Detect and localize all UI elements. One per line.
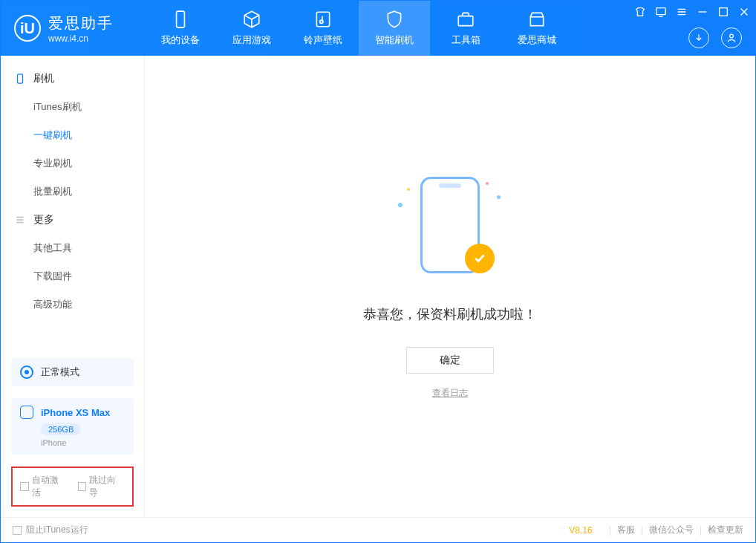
user-icon[interactable] — [721, 27, 742, 48]
close-button[interactable] — [737, 5, 751, 19]
sidebar-group-flash: 刷机 — [1, 65, 144, 93]
svg-point-2 — [320, 20, 323, 23]
shield-icon — [385, 10, 404, 29]
app-window: iU 爱思助手 www.i4.cn 我的设备 应用游戏 铃声壁纸 智能刷机 — [0, 0, 756, 543]
svg-point-7 — [730, 34, 734, 38]
svg-rect-5 — [656, 8, 665, 15]
tab-toolbox[interactable]: 工具箱 — [430, 1, 501, 56]
sidebar-item-batch-flash[interactable]: 批量刷机 — [1, 178, 144, 206]
ok-button[interactable]: 确定 — [406, 347, 494, 374]
minimize-button[interactable] — [696, 5, 709, 19]
flash-options: 自动激活 跳过向导 — [11, 466, 134, 507]
mode-card[interactable]: 正常模式 — [11, 358, 134, 386]
svg-rect-0 — [177, 11, 185, 27]
view-log-link[interactable]: 查看日志 — [432, 387, 468, 400]
sidebar-item-oneclick-flash[interactable]: 一键刷机 — [1, 121, 144, 149]
svg-rect-1 — [316, 12, 329, 27]
tab-ringtones-wallpapers[interactable]: 铃声壁纸 — [287, 1, 359, 56]
header-actions — [688, 27, 742, 48]
phone-icon — [14, 73, 26, 85]
sidebar-item-download-firmware[interactable]: 下载固件 — [1, 262, 144, 290]
toolbox-icon — [456, 10, 475, 29]
checkbox-skip-guide[interactable]: 跳过向导 — [78, 474, 126, 499]
svg-rect-3 — [458, 16, 473, 26]
checkbox-icon — [20, 482, 29, 491]
window-controls — [633, 5, 751, 19]
tab-label: 铃声壁纸 — [304, 33, 342, 47]
tab-smart-flash[interactable]: 智能刷机 — [359, 1, 430, 56]
sidebar-item-advanced[interactable]: 高级功能 — [1, 290, 144, 319]
success-illustration — [398, 173, 502, 284]
app-title: 爱思助手 — [48, 13, 114, 33]
tab-apps-games[interactable]: 应用游戏 — [216, 1, 287, 56]
tab-my-device[interactable]: 我的设备 — [145, 1, 216, 56]
app-subtitle: www.i4.cn — [48, 33, 114, 44]
sidebar-item-other-tools[interactable]: 其他工具 — [1, 234, 144, 262]
mode-icon — [20, 365, 33, 379]
tab-store[interactable]: 爱思商城 — [501, 1, 573, 56]
main-area: 恭喜您，保资料刷机成功啦！ 确定 查看日志 — [145, 56, 755, 517]
skin-icon[interactable] — [633, 5, 647, 19]
mode-label: 正常模式 — [41, 365, 79, 379]
device-type: iPhone — [41, 438, 66, 447]
device-card[interactable]: iPhone XS Max 256GB iPhone — [11, 398, 134, 455]
checkbox-icon — [78, 482, 87, 491]
store-icon — [527, 10, 547, 29]
checkbox-auto-activate[interactable]: 自动激活 — [20, 474, 68, 499]
link-support[interactable]: 客服 — [617, 524, 635, 536]
sidebar-item-pro-flash[interactable]: 专业刷机 — [1, 149, 144, 178]
maximize-button[interactable] — [717, 5, 730, 19]
logo-icon: iU — [14, 15, 41, 42]
device-icon — [20, 406, 33, 419]
tab-label: 我的设备 — [161, 33, 200, 47]
statusbar: 阻止iTunes运行 V8.16 | 客服 | 微信公众号 | 检查更新 — [1, 517, 755, 542]
menu-icon[interactable] — [675, 5, 688, 19]
svg-rect-4 — [530, 17, 543, 26]
sidebar: 刷机 iTunes刷机 一键刷机 专业刷机 批量刷机 更多 其他工具 下载固件 … — [1, 56, 145, 517]
svg-rect-8 — [18, 74, 23, 83]
list-icon — [14, 214, 26, 226]
device-name: iPhone XS Max — [41, 407, 110, 418]
download-icon[interactable] — [688, 27, 709, 48]
logo: iU 爱思助手 www.i4.cn — [1, 13, 145, 44]
link-wechat[interactable]: 微信公众号 — [649, 524, 694, 536]
checkbox-icon — [13, 526, 22, 535]
link-check-update[interactable]: 检查更新 — [708, 524, 743, 536]
device-capacity: 256GB — [41, 423, 81, 435]
tab-label: 应用游戏 — [232, 33, 271, 47]
device-icon — [171, 10, 190, 29]
cube-icon — [242, 10, 261, 29]
main-tabs: 我的设备 应用游戏 铃声壁纸 智能刷机 工具箱 爱思商城 — [145, 1, 573, 56]
music-icon — [313, 10, 333, 29]
feedback-icon[interactable] — [654, 5, 668, 19]
sidebar-item-itunes-flash[interactable]: iTunes刷机 — [1, 93, 144, 121]
group-label: 刷机 — [33, 72, 54, 85]
version-label: V8.16 — [569, 525, 592, 536]
sidebar-group-more: 更多 — [1, 206, 144, 234]
svg-rect-6 — [720, 8, 728, 16]
success-message: 恭喜您，保资料刷机成功啦！ — [363, 305, 537, 323]
titlebar: iU 爱思助手 www.i4.cn 我的设备 应用游戏 铃声壁纸 智能刷机 — [1, 1, 755, 56]
tab-label: 智能刷机 — [375, 33, 414, 47]
group-label: 更多 — [33, 213, 54, 227]
checkbox-block-itunes[interactable]: 阻止iTunes运行 — [13, 524, 88, 536]
body: 刷机 iTunes刷机 一键刷机 专业刷机 批量刷机 更多 其他工具 下载固件 … — [1, 56, 755, 517]
check-badge-icon — [465, 244, 495, 273]
tab-label: 爱思商城 — [518, 33, 556, 47]
tab-label: 工具箱 — [452, 33, 480, 47]
